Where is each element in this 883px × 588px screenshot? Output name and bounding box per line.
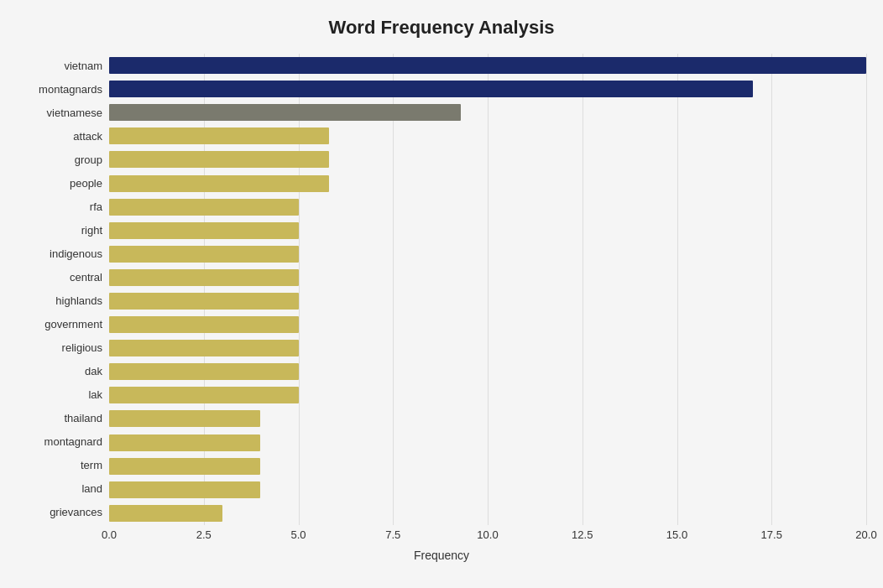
bar	[109, 505, 222, 522]
bar	[109, 175, 329, 192]
bar-row	[109, 242, 866, 266]
bar-row	[109, 289, 866, 313]
bar	[109, 434, 260, 451]
y-label: people	[17, 171, 109, 195]
gridline	[866, 54, 867, 525]
y-label: montagnard	[17, 429, 109, 453]
bar	[109, 246, 299, 263]
bar	[109, 127, 329, 144]
bar-row	[109, 502, 866, 525]
y-label: government	[17, 312, 109, 336]
y-label: central	[17, 265, 109, 289]
bar-row	[109, 407, 866, 430]
y-label: attack	[17, 124, 109, 148]
bar	[109, 269, 299, 286]
chart-container: Word Frequency Analysis vietnammontagnar…	[0, 0, 883, 588]
x-tick-label: 15.0	[666, 528, 687, 541]
bar-row	[109, 195, 866, 219]
y-label: highlands	[17, 289, 109, 312]
y-label: indigenous	[17, 242, 109, 265]
y-label: term	[17, 453, 109, 476]
x-axis-title: Frequency	[17, 549, 866, 562]
bar-row	[109, 478, 866, 502]
bar	[109, 222, 299, 239]
y-label: rfa	[17, 195, 109, 218]
bar-row	[109, 431, 866, 455]
bar-row	[109, 336, 866, 360]
chart-area: vietnammontagnardsvietnameseattackgroupp…	[17, 54, 866, 516]
bar-row	[109, 360, 866, 383]
x-tick-label: 2.5	[196, 528, 212, 541]
chart-title: Word Frequency Analysis	[17, 17, 866, 39]
x-tick-label: 7.5	[385, 528, 400, 541]
bar	[109, 410, 260, 427]
x-tick-label: 5.0	[290, 528, 306, 541]
bar-row	[109, 219, 866, 242]
y-label: lak	[17, 382, 109, 406]
y-label: grievances	[17, 500, 109, 523]
bar	[109, 316, 299, 333]
bar	[109, 363, 299, 380]
y-labels: vietnammontagnardsvietnameseattackgroupp…	[17, 54, 109, 525]
plot-area	[109, 54, 866, 525]
y-label: montagnards	[17, 77, 109, 101]
bar	[109, 481, 260, 498]
bar-row	[109, 383, 866, 407]
bar	[109, 104, 461, 121]
y-label: religious	[17, 336, 109, 359]
x-axis-spacer	[17, 528, 109, 545]
x-tick-label: 10.0	[477, 528, 498, 541]
bar	[109, 81, 753, 97]
bar-row	[109, 124, 866, 148]
y-label: thailand	[17, 406, 109, 429]
x-axis-labels: 0.02.55.07.510.012.515.017.520.0	[109, 528, 866, 545]
x-tick-label: 17.5	[761, 528, 782, 541]
y-label: dak	[17, 359, 109, 382]
bars-section: vietnammontagnardsvietnameseattackgroupp…	[17, 54, 866, 525]
bar	[109, 293, 299, 310]
bar-row	[109, 101, 866, 124]
y-label: land	[17, 476, 109, 500]
bar	[109, 57, 866, 74]
x-tick-label: 12.5	[572, 528, 593, 541]
y-label: group	[17, 148, 109, 171]
bar-row	[109, 313, 866, 336]
bar-row	[109, 455, 866, 478]
y-label: vietnamese	[17, 101, 109, 124]
x-axis-area: 0.02.55.07.510.012.515.017.520.0	[17, 528, 866, 545]
bar-row	[109, 148, 866, 171]
bar	[109, 387, 299, 403]
bar	[109, 340, 299, 356]
bar-row	[109, 266, 866, 289]
y-label: right	[17, 218, 109, 242]
bar-row	[109, 77, 866, 101]
bar-row	[109, 172, 866, 195]
bar-row	[109, 54, 866, 77]
bar	[109, 151, 329, 168]
bar	[109, 199, 299, 216]
x-tick-label: 0.0	[102, 528, 117, 541]
y-label: vietnam	[17, 54, 109, 77]
x-tick-label: 20.0	[855, 528, 876, 541]
bar	[109, 458, 260, 475]
